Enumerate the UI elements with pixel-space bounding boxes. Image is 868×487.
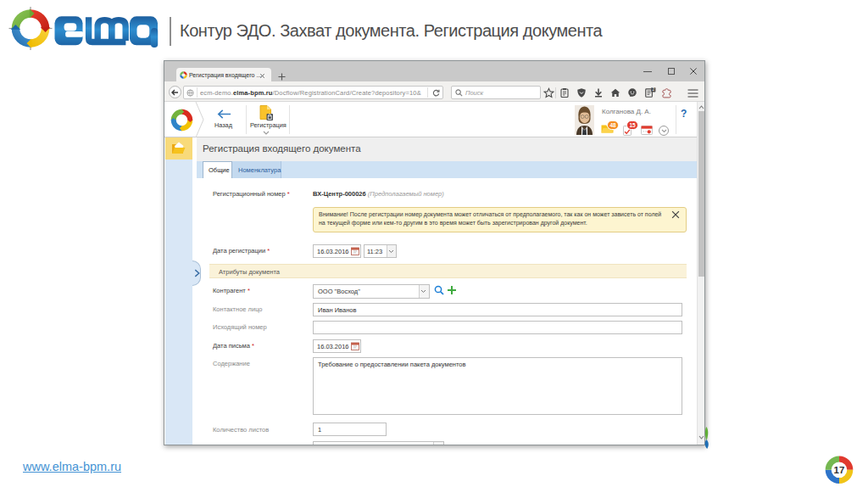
- svg-text:2: 2: [652, 87, 654, 92]
- svg-text:17: 17: [834, 465, 845, 475]
